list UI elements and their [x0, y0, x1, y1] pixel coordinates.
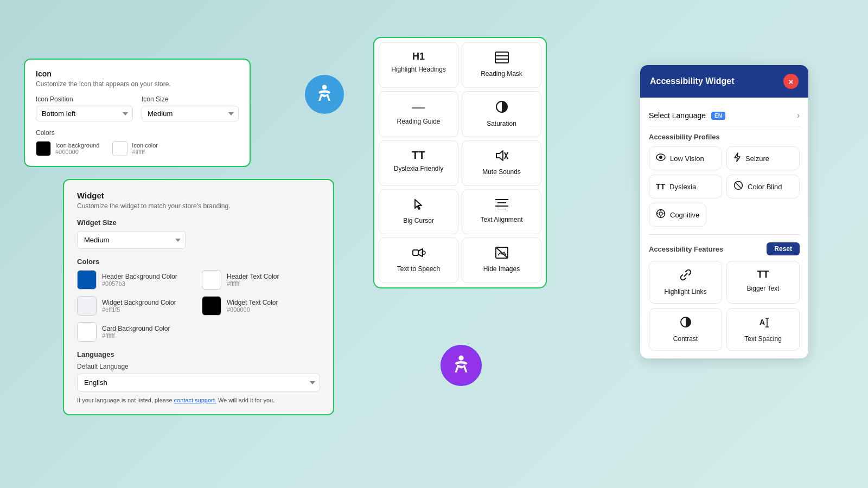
- feature-text-spacing[interactable]: A Text Spacing: [726, 308, 800, 351]
- svg-line-21: [735, 182, 742, 189]
- seizure-icon: [733, 152, 741, 164]
- color-swatch-2[interactable]: [77, 296, 97, 316]
- icon-bg-label: Icon background: [55, 142, 99, 149]
- feat-text-to-speech[interactable]: Text to Speech: [379, 237, 458, 283]
- feature-bigger-text[interactable]: TT Bigger Text: [726, 261, 800, 304]
- color-swatch-4[interactable]: [77, 322, 97, 342]
- icon-size-select[interactable]: Medium: [142, 106, 239, 121]
- icon-size-label: Icon Size: [142, 95, 239, 103]
- feat-hide-images[interactable]: Hide Images: [462, 237, 541, 283]
- features-header: Accessibility Features Reset: [649, 234, 800, 255]
- accessibility-icon-blue[interactable]: [305, 75, 344, 114]
- accessibility-widget-panel: Accessibility Widget × Select Language E…: [640, 65, 808, 358]
- bigger-text-icon: TT: [757, 269, 769, 280]
- profile-color-blind[interactable]: Color Blind: [726, 175, 800, 198]
- saturation-label: Saturation: [487, 120, 516, 129]
- profile-low-vision[interactable]: Low Vision: [649, 146, 722, 170]
- reading-mask-icon: [495, 52, 509, 66]
- color-hex-1: #ffffff: [227, 280, 279, 287]
- profile-seizure-label: Seizure: [745, 155, 769, 163]
- icon-colors-section: Colors Icon background #000000 Icon colo…: [36, 129, 239, 156]
- default-lang-label: Default Language: [77, 363, 320, 370]
- dyslexia-label: Dyslexia Friendly: [394, 165, 443, 174]
- feature-grid-panel: H1 Highlight Headings Reading Mask — Rea…: [373, 37, 547, 288]
- close-button[interactable]: ×: [783, 74, 799, 89]
- feat-mute-sounds[interactable]: Mute Sounds: [462, 140, 541, 186]
- color-blind-icon: [733, 181, 743, 192]
- contact-support-link[interactable]: contact support.: [174, 397, 216, 403]
- color-hex-3: #000000: [227, 306, 278, 313]
- svg-point-23: [659, 212, 662, 215]
- languages-label: Languages: [77, 350, 320, 358]
- accessibility-icon-purple[interactable]: [441, 345, 482, 386]
- icon-bg-color-item: Icon background #000000: [36, 141, 99, 156]
- profiles-grid: Low Vision Seizure TT Dyslexia Color Bli…: [649, 146, 800, 227]
- highlight-links-label: Highlight Links: [664, 288, 706, 296]
- contrast-label: Contrast: [673, 335, 698, 343]
- dyslexia-icon: TT: [412, 150, 425, 160]
- big-cursor-icon: [413, 198, 425, 213]
- feature-highlight-links[interactable]: Highlight Links: [649, 261, 722, 304]
- color-swatch-0[interactable]: [77, 270, 97, 290]
- feat-reading-guide[interactable]: — Reading Guide: [379, 91, 458, 138]
- profiles-title: Accessibility Profiles: [649, 133, 800, 141]
- dyslexia-profile-icon: TT: [656, 182, 665, 191]
- feat-big-cursor[interactable]: Big Cursor: [379, 189, 458, 235]
- select-language-row[interactable]: Select Language EN ›: [649, 105, 800, 126]
- feat-text-alignment[interactable]: Text Alignment: [462, 189, 541, 235]
- contrast-icon: [680, 316, 692, 331]
- color-row-0: Header Background Color #0057b3: [77, 270, 195, 290]
- color-name-1: Header Text Color: [227, 273, 279, 280]
- text-alignment-icon: [495, 198, 508, 211]
- languages-section: Languages Default Language English If yo…: [77, 350, 320, 403]
- widget-panel-desc: Customize the widget to match your store…: [77, 202, 320, 210]
- feat-reading-mask[interactable]: Reading Mask: [462, 42, 541, 88]
- profile-color-blind-label: Color Blind: [748, 183, 782, 191]
- icon-bg-swatch[interactable]: [36, 141, 51, 156]
- highlight-headings-icon: H1: [412, 52, 425, 61]
- widget-panel: Widget Customize the widget to match you…: [63, 179, 334, 415]
- lang-note: If your language is not listed, please c…: [77, 397, 320, 403]
- color-swatch-3[interactable]: [202, 296, 221, 316]
- icon-position-label: Icon Position: [36, 95, 133, 103]
- default-language-select[interactable]: English: [77, 374, 320, 391]
- feat-highlight-headings[interactable]: H1 Highlight Headings: [379, 42, 458, 88]
- color-row-1: Header Text Color #ffffff: [202, 270, 320, 290]
- icon-panel: Icon Customize the icon that appears on …: [24, 59, 251, 167]
- reset-button[interactable]: Reset: [767, 242, 800, 255]
- profile-low-vision-label: Low Vision: [670, 155, 704, 163]
- chevron-right-icon: ›: [797, 111, 800, 120]
- acc-widget-header: Accessibility Widget ×: [640, 65, 808, 98]
- highlight-links-icon: [680, 269, 692, 284]
- profile-dyslexia-label: Dyslexia: [669, 183, 696, 191]
- color-swatch-1[interactable]: [202, 270, 221, 290]
- big-cursor-label: Big Cursor: [403, 217, 434, 226]
- lang-badge: EN: [711, 112, 725, 120]
- icon-position-select[interactable]: Bottom left: [36, 106, 133, 121]
- hide-images-icon: [495, 247, 508, 261]
- widget-size-select[interactable]: Medium: [77, 231, 186, 249]
- icon-panel-title: Icon: [36, 69, 239, 78]
- acc-widget-body: Select Language EN › Accessibility Profi…: [640, 98, 808, 358]
- widget-colors-label: Colors: [77, 258, 320, 266]
- highlight-headings-label: Highlight Headings: [391, 66, 446, 74]
- icon-text-swatch[interactable]: [112, 141, 127, 156]
- icon-text-hex: #ffffff: [132, 149, 158, 155]
- text-to-speech-icon: [412, 247, 426, 261]
- icon-bg-hex: #000000: [55, 149, 99, 155]
- feat-saturation[interactable]: Saturation: [462, 91, 541, 138]
- svg-rect-13: [413, 250, 418, 255]
- profile-seizure[interactable]: Seizure: [726, 146, 800, 170]
- mute-sounds-icon: [495, 150, 508, 164]
- feat-dyslexia[interactable]: TT Dyslexia Friendly: [379, 140, 458, 186]
- color-hex-2: #eff1f5: [102, 306, 176, 313]
- profile-dyslexia[interactable]: TT Dyslexia: [649, 175, 722, 198]
- feature-contrast[interactable]: Contrast: [649, 308, 722, 351]
- reading-mask-label: Reading Mask: [481, 70, 522, 79]
- color-row-2: Widget Background Color #eff1f5: [77, 296, 195, 316]
- color-hex-4: #ffffff: [102, 332, 170, 339]
- profile-cognitive[interactable]: Cognitive: [649, 203, 706, 227]
- svg-rect-2: [495, 52, 508, 63]
- icon-panel-desc: Customize the icon that appears on your …: [36, 80, 239, 88]
- reading-guide-label: Reading Guide: [397, 118, 440, 126]
